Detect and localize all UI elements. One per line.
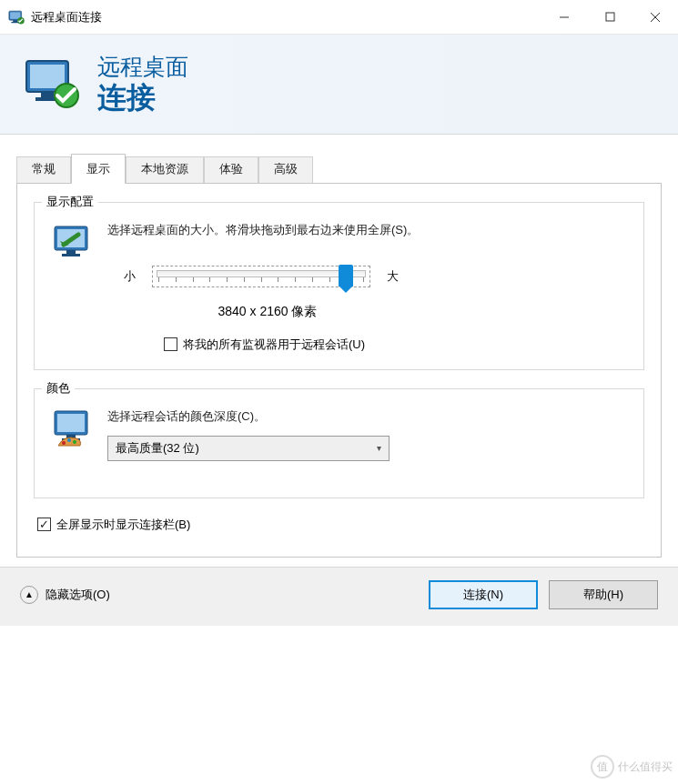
svg-point-23: [67, 438, 71, 442]
tab-display[interactable]: 显示: [71, 154, 126, 184]
combobox-value: 最高质量(32 位): [116, 440, 199, 457]
monitor-palette-icon: [51, 407, 95, 451]
header-banner: 远程桌面 连接: [0, 35, 678, 135]
fullscreen-bar-checkbox[interactable]: [37, 518, 51, 531]
close-button[interactable]: [632, 1, 678, 34]
fullscreen-bar-row: 全屏显示时显示连接栏(B): [37, 517, 644, 533]
system-buttons: [541, 1, 678, 34]
tab-panel-display: 显示配置 选择远程桌面的大小。将滑块拖动到最右边来使用全屏(S)。 小 大: [16, 183, 662, 558]
color-instruction: 选择远程会话的颜色深度(C)。: [107, 407, 627, 427]
svg-rect-10: [30, 65, 65, 88]
svg-rect-19: [57, 414, 85, 432]
group-color: 颜色 选择远程会话的颜色深度(C)。 最高质量(32 位) ▾: [34, 388, 644, 498]
header-line1: 远程桌面: [97, 53, 188, 80]
tab-local-resources[interactable]: 本地资源: [126, 156, 204, 184]
header-line2: 连接: [97, 80, 188, 115]
fullscreen-bar-label: 全屏显示时显示连接栏(B): [56, 517, 190, 533]
tab-general[interactable]: 常规: [16, 156, 71, 184]
header-text: 远程桌面 连接: [97, 53, 188, 115]
svg-rect-6: [606, 13, 614, 21]
chevron-down-icon: ▾: [377, 443, 381, 453]
svg-rect-11: [41, 92, 54, 97]
all-monitors-row: 将我的所有监视器用于远程会话(U): [164, 337, 627, 353]
svg-point-22: [62, 441, 66, 445]
slider-max-label: 大: [387, 268, 399, 285]
all-monitors-label: 将我的所有监视器用于远程会话(U): [183, 337, 365, 353]
svg-point-24: [73, 440, 76, 444]
rdc-logo-icon: [23, 55, 81, 114]
app-icon: [7, 8, 25, 26]
resolution-text: 3840 x 2160 像素: [158, 304, 377, 320]
group-title-color: 颜色: [42, 380, 75, 397]
svg-rect-16: [66, 250, 76, 254]
monitor-arrow-icon: [51, 221, 95, 265]
slider-min-label: 小: [124, 268, 136, 285]
tab-strip: 常规 显示 本地资源 体验 高级: [16, 154, 662, 184]
tab-advanced[interactable]: 高级: [258, 156, 313, 184]
titlebar-left: 远程桌面连接: [0, 8, 102, 26]
resolution-slider[interactable]: [152, 266, 370, 287]
group-title-display-config: 显示配置: [42, 194, 98, 210]
svg-rect-1: [10, 12, 20, 19]
maximize-button[interactable]: [587, 1, 632, 34]
connect-button[interactable]: 连接(N): [429, 580, 538, 609]
all-monitors-checkbox[interactable]: [164, 337, 177, 351]
svg-rect-17: [62, 254, 80, 256]
bottom-bar: ▲ 隐藏选项(O) 连接(N) 帮助(H): [0, 567, 678, 626]
collapse-arrow-icon: ▲: [20, 586, 38, 604]
window-title: 远程桌面连接: [31, 9, 102, 25]
slider-thumb[interactable]: [339, 265, 353, 286]
help-button[interactable]: 帮助(H): [549, 580, 658, 609]
minimize-button[interactable]: [541, 1, 587, 34]
action-buttons: 连接(N) 帮助(H): [429, 580, 658, 609]
tab-experience[interactable]: 体验: [204, 156, 258, 184]
content-area: 常规 显示 本地资源 体验 高级 显示配置 选择远程桌面的大小。将滑块拖动到最右…: [0, 135, 678, 567]
group-display-config: 显示配置 选择远程桌面的大小。将滑块拖动到最右边来使用全屏(S)。 小 大: [34, 202, 644, 370]
options-toggle[interactable]: ▲ 隐藏选项(O): [20, 586, 110, 604]
display-instruction: 选择远程桌面的大小。将滑块拖动到最右边来使用全屏(S)。: [107, 221, 627, 240]
options-label: 隐藏选项(O): [46, 587, 110, 603]
resolution-slider-row: 小 大: [107, 266, 627, 287]
titlebar: 远程桌面连接: [0, 0, 678, 35]
color-depth-combobox[interactable]: 最高质量(32 位) ▾: [107, 436, 390, 461]
svg-rect-2: [13, 20, 17, 22]
